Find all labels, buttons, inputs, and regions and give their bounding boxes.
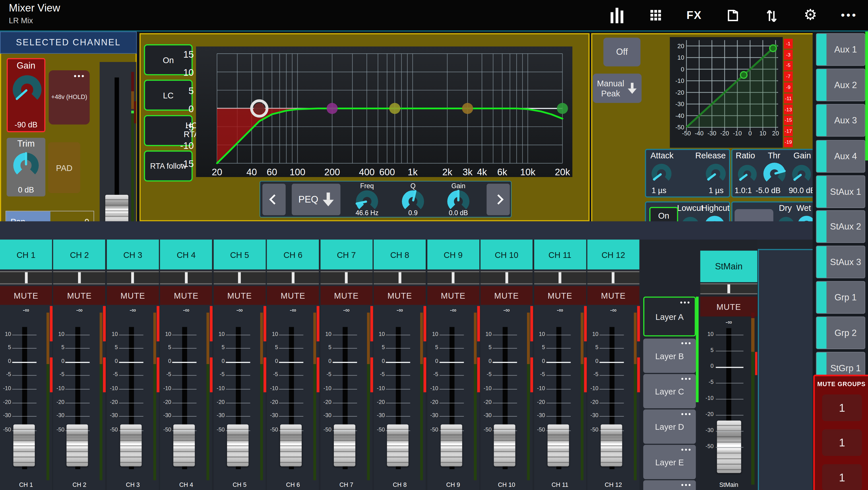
channel-select-header[interactable]: CH 7 [320, 239, 372, 269]
fader-scale-line [119, 416, 143, 417]
channel-select-header[interactable]: CH 6 [267, 239, 319, 269]
fader-scale-line [226, 348, 250, 349]
next-band-button[interactable] [487, 184, 510, 215]
mute-button[interactable]: MUTE [0, 286, 52, 305]
channel-select-header[interactable]: StMain [701, 251, 757, 282]
pan-strip[interactable] [427, 271, 479, 284]
layer-button[interactable]: ••• Layer C [643, 374, 696, 409]
bus-select-button[interactable]: Grp 2 [816, 317, 865, 349]
phantom-power-button[interactable]: ••• +48v (HOLD) [49, 70, 90, 125]
trim-control[interactable]: Trim 0 dB [7, 138, 45, 196]
attack-knob[interactable] [652, 164, 671, 184]
pad-button[interactable]: PAD [48, 142, 81, 193]
bus-select-button[interactable]: Grp 1 [816, 281, 865, 314]
fx-button[interactable]: FX [683, 4, 705, 26]
trim-knob[interactable] [13, 153, 39, 178]
bus-select-button[interactable]: StAux 3 [816, 246, 865, 278]
channel-select-header[interactable]: CH 5 [214, 239, 266, 269]
gain-control[interactable]: Gain -90 dB [7, 58, 45, 132]
pan-strip[interactable] [587, 271, 639, 284]
mute-button[interactable]: MUTE [53, 286, 105, 305]
mute-group-button[interactable]: 1 [822, 394, 862, 421]
layer-button[interactable]: ••• Layer A [643, 297, 696, 336]
prev-band-button[interactable] [262, 184, 286, 215]
meter-segment [46, 364, 50, 480]
channel-select-header[interactable]: CH 9 [427, 239, 479, 269]
mute-button[interactable]: MUTE [320, 286, 372, 305]
gain-knob[interactable] [12, 75, 41, 104]
pan-strip[interactable] [160, 271, 212, 284]
meter-segment [134, 101, 136, 123]
channel-select-header[interactable]: CH 11 [534, 239, 586, 269]
pan-strip[interactable] [320, 271, 372, 284]
mute-button[interactable]: MUTE [427, 286, 479, 305]
mute-group-button[interactable]: 1 [822, 464, 862, 490]
selected-channel-header: SELECTED CHANNEL [0, 32, 136, 54]
file-icon[interactable] [722, 4, 744, 26]
fader-scale-label: -10 [534, 385, 545, 391]
fader-scale-line [65, 348, 90, 349]
layer-button[interactable]: ••• Layer F [643, 480, 696, 490]
bus-select-button[interactable]: StAux 1 [816, 175, 865, 208]
dynamics-mode-select[interactable]: ManualPeak [593, 73, 642, 103]
channel-strip: CH 5 MUTE -∞ CH 5 1050-5-10-20-30-50 [214, 239, 266, 490]
pan-strip[interactable] [53, 271, 105, 284]
channel-select-header[interactable]: CH 10 [480, 239, 532, 269]
pan-strip[interactable] [534, 271, 586, 284]
q-control: Q 0.9 [394, 182, 432, 218]
bus-select-button[interactable]: StAux 2 [816, 210, 865, 243]
attack-label: Attack [650, 151, 673, 160]
ratio-knob[interactable] [738, 165, 757, 184]
pan-strip[interactable] [701, 283, 757, 294]
fader-scale-line [65, 375, 90, 376]
more-options-icon[interactable]: ••• [838, 4, 860, 26]
mute-button[interactable]: MUTE [160, 286, 212, 305]
pan-strip[interactable] [0, 271, 52, 284]
layer-button[interactable]: ••• Layer B [643, 338, 696, 373]
updown-arrows-icon[interactable] [761, 4, 783, 26]
meter-segment [527, 313, 530, 364]
mute-button[interactable]: MUTE [480, 286, 532, 305]
pan-strip[interactable] [214, 271, 266, 284]
channel-select-header[interactable]: CH 3 [107, 239, 159, 269]
meter-segment [131, 111, 134, 113]
pan-strip[interactable] [267, 271, 319, 284]
fader-scale-line [279, 430, 303, 431]
pan-strip[interactable] [107, 271, 159, 284]
comp-gain-knob[interactable] [792, 165, 811, 184]
channel-select-header[interactable]: CH 8 [374, 239, 426, 269]
meters-view-icon[interactable] [606, 4, 628, 26]
mute-group-button[interactable]: 1 [822, 429, 862, 456]
fader-scale-label: -30 [214, 412, 225, 418]
apps-grid-icon[interactable] [644, 4, 666, 26]
layer-button[interactable]: ••• Layer D [643, 410, 696, 444]
channel-select-header[interactable]: CH 2 [53, 239, 105, 269]
fader-scale-label: 0 [534, 358, 545, 364]
eq-graph[interactable] [196, 46, 572, 177]
meter-segment [367, 313, 370, 364]
thr-knob[interactable] [763, 163, 785, 185]
channel-select-header[interactable]: CH 12 [587, 239, 639, 269]
mute-button[interactable]: MUTE [107, 286, 159, 305]
fader-scale-label: 5 [534, 344, 545, 350]
channel-select-header[interactable]: CH 1 [0, 239, 52, 269]
settings-gear-icon[interactable]: ⚙ [799, 4, 822, 26]
bus-select-button[interactable]: Aux 1 [816, 33, 865, 66]
bus-select-button[interactable]: Aux 2 [816, 69, 865, 101]
meter-segment [580, 364, 583, 480]
channel-select-header[interactable]: CH 4 [160, 239, 212, 269]
band-type-select[interactable]: PEQ [291, 184, 340, 215]
mute-button[interactable]: MUTE [587, 286, 639, 305]
pan-strip[interactable] [374, 271, 426, 284]
bus-select-button[interactable]: Aux 3 [816, 104, 865, 137]
dynamics-off-button[interactable]: Off [603, 38, 640, 66]
release-knob[interactable] [706, 164, 725, 184]
mute-button[interactable]: MUTE [374, 286, 426, 305]
pan-strip[interactable] [480, 271, 532, 284]
bus-select-button[interactable]: Aux 4 [816, 140, 865, 173]
mute-button[interactable]: MUTE [214, 286, 266, 305]
mute-button[interactable]: MUTE [701, 297, 757, 317]
layer-button[interactable]: ••• Layer E [643, 445, 696, 479]
mute-button[interactable]: MUTE [534, 286, 586, 305]
mute-button[interactable]: MUTE [267, 286, 319, 305]
